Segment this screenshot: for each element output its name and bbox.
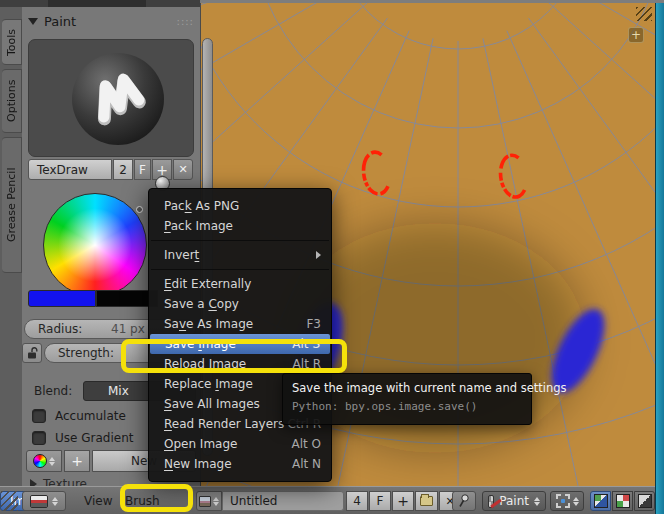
mode-dropdown[interactable]: Paint — [482, 491, 546, 511]
menu-item-new-image[interactable]: New ImageAlt N — [149, 454, 331, 474]
menu-brush[interactable]: Brush — [125, 494, 160, 508]
panel-title: Paint — [44, 14, 76, 29]
palette-browse-arrows-icon — [49, 457, 55, 466]
draw-texpaint-uvs-toggle[interactable] — [590, 491, 611, 511]
image-users-button[interactable]: 4 — [346, 491, 368, 511]
menu-separator — [151, 240, 329, 241]
radius-value: 41 px — [111, 322, 145, 336]
brush-sphere-icon — [72, 53, 164, 145]
open-image-button[interactable] — [415, 491, 438, 511]
pin-image-button[interactable] — [452, 491, 476, 511]
menu-item-label: Edit Externally — [164, 277, 251, 291]
top-left-dark-strip — [0, 0, 200, 7]
texture-datablock-row: TexDraw 2 F + ✕ — [28, 159, 193, 180]
image-browse-arrows-icon — [213, 497, 219, 506]
tab-grease-pencil[interactable]: Grease Pencil — [2, 137, 22, 273]
pivot-center-icon — [556, 494, 570, 508]
menu-item-label: Pack Image — [164, 219, 233, 233]
image-thumbnail-icon — [199, 496, 211, 507]
folder-icon — [420, 496, 433, 506]
tab-options[interactable]: Options — [2, 69, 22, 133]
mode-value: Paint — [499, 494, 529, 508]
menu-item-label: Save All Images — [164, 397, 260, 411]
editor-type-arrows-icon — [52, 497, 58, 506]
palette-add-button[interactable]: + — [64, 450, 90, 472]
menu-item-save-a-copy[interactable]: Save a Copy — [149, 294, 331, 314]
menu-item-label: Open Image — [164, 437, 237, 451]
menu-item-label: Save a Copy — [164, 297, 239, 311]
texture-users-button[interactable]: 2 — [113, 159, 133, 180]
blend-value: Mix — [108, 384, 129, 398]
menu-item-edit-externally[interactable]: Edit Externally — [149, 274, 331, 294]
toolshelf-tab-column: Tools Options Grease Pencil — [0, 7, 22, 486]
menu-item-label: Reload Image — [164, 357, 246, 371]
unlock-icon — [27, 347, 38, 359]
image-editor-icon — [30, 495, 48, 508]
fake-user-button[interactable]: F — [134, 159, 151, 180]
image-browse-button[interactable] — [196, 491, 222, 511]
menu-item-label: New Image — [164, 457, 232, 471]
tooltip-python: Python: bpy.ops.image.save() — [292, 400, 522, 413]
accumulate-checkbox[interactable] — [32, 409, 46, 423]
tooltip-text: Save the image with current name and set… — [292, 381, 522, 395]
texture-name-button[interactable]: TexDraw — [28, 159, 112, 180]
strength-label: Strength: — [45, 346, 114, 360]
menu-item-invert[interactable]: Invert — [149, 245, 331, 265]
pivot-dropdown[interactable] — [550, 491, 584, 511]
new-image-button[interactable]: + — [392, 491, 414, 511]
uv-texpaint-icon — [594, 494, 608, 508]
region-expand-button[interactable]: + — [628, 27, 644, 43]
mode-arrows-icon — [534, 497, 540, 506]
alpha-display-toggle[interactable] — [634, 491, 655, 511]
tab-tools[interactable]: Tools — [2, 19, 22, 65]
menu-item-save-as-image[interactable]: Save As ImageF3 — [149, 314, 331, 334]
menu-item-label: Save Image — [165, 337, 236, 351]
panel-drag-handle[interactable]: :::: — [177, 16, 194, 27]
strength-pressure-toggle[interactable] — [22, 343, 42, 363]
menu-view[interactable]: View — [84, 494, 112, 508]
brush-preview[interactable] — [28, 39, 194, 157]
paint-panel-header[interactable]: Paint :::: — [28, 12, 194, 30]
pin-icon — [458, 494, 470, 508]
corner-resize-grip[interactable] — [1, 491, 18, 511]
pivot-arrows-icon — [573, 497, 579, 506]
palette-browse-button[interactable] — [26, 450, 62, 472]
texture-section-header[interactable]: Texture — [30, 477, 87, 486]
checker-icon — [616, 494, 630, 508]
menu-item-open-image[interactable]: Open ImageAlt O — [149, 434, 331, 454]
image-fake-user-button[interactable]: F — [369, 491, 391, 511]
paint-mask-toggle[interactable] — [612, 491, 633, 511]
menu-item-shortcut: Alt O — [291, 437, 321, 451]
menu-item-reload-image[interactable]: Reload ImageAlt R — [149, 354, 331, 374]
palette-icon — [33, 454, 47, 468]
unlink-texture-button[interactable]: ✕ — [173, 159, 193, 180]
window-edge-highlight[interactable] — [655, 3, 664, 514]
region-resize-grip[interactable] — [636, 7, 652, 21]
color-wheel-handle[interactable] — [136, 206, 143, 213]
tooltip: Save the image with current name and set… — [282, 373, 532, 425]
texture-section-label: Texture — [43, 477, 87, 486]
editor-type-dropdown[interactable] — [22, 491, 66, 511]
expand-triangle-icon — [30, 479, 37, 486]
accumulate-label: Accumulate — [55, 409, 126, 423]
blender-window: Tools Options Grease Pencil Paint :::: T… — [0, 0, 664, 514]
use-gradient-checkbox[interactable] — [32, 431, 46, 445]
menu-item-label: Replace Image — [164, 377, 253, 391]
collapse-triangle-icon[interactable] — [28, 18, 38, 25]
menu-item-label: Invert — [164, 248, 199, 262]
image-context-menu: Pack As PNGPack ImageInvertEdit External… — [148, 188, 332, 482]
alpha-split-icon — [638, 494, 652, 508]
menu-item-pack-as-png[interactable]: Pack As PNG — [149, 196, 331, 216]
menu-item-shortcut: Alt S — [292, 337, 320, 351]
red-paint-stroke-left — [361, 151, 389, 196]
use-gradient-label: Use Gradient — [55, 431, 133, 445]
image-name-field[interactable] — [222, 491, 344, 511]
color-wheel[interactable] — [43, 193, 147, 297]
menu-item-save-image[interactable]: Save ImageAlt S — [150, 334, 330, 354]
blend-label: Blend: — [34, 384, 72, 398]
menu-item-pack-image[interactable]: Pack Image — [149, 216, 331, 236]
radius-label: Radius: — [25, 322, 82, 336]
menu-item-label: Read Render Layers — [164, 417, 284, 431]
primary-color-swatch[interactable] — [28, 290, 96, 307]
menu-item-label: Pack As PNG — [164, 199, 239, 213]
